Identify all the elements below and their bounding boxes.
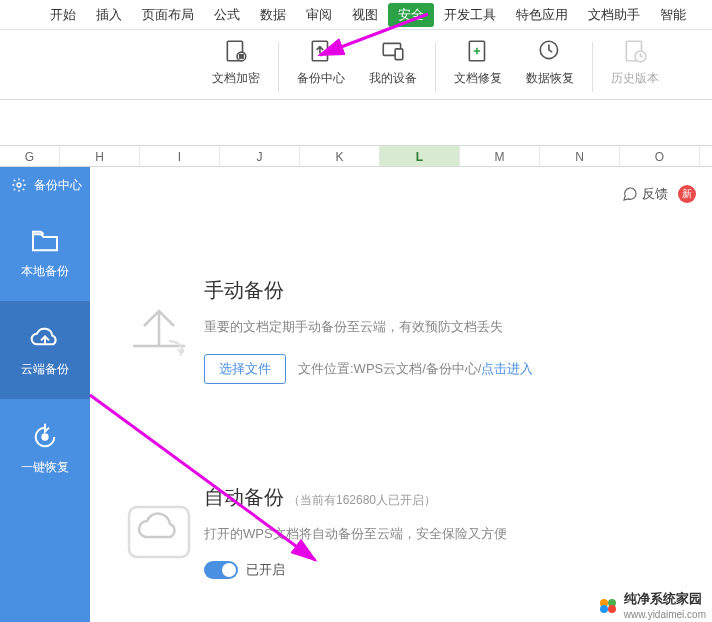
sidebar-cloud-label: 云端备份 [21,361,69,378]
col-header[interactable]: O [620,146,700,166]
content-area: 反馈 新 手动备份 重要的文档定期手动备份至云端，有效预防文档丢失 选择文件 文… [90,167,712,622]
sidebar-local-backup[interactable]: 本地备份 [0,203,90,301]
tab-security[interactable]: 安全 [388,3,434,27]
manual-upload-icon [114,277,204,384]
tool-data-recover-label: 数据恢复 [526,70,574,87]
col-header[interactable]: M [460,146,540,166]
new-badge: 新 [678,185,696,203]
restore-icon [29,421,61,453]
auto-backup-count: （当前有162680人已开启） [288,492,436,509]
manual-backup-title: 手动备份 [204,277,688,304]
watermark: 纯净系统家园 www.yidaimei.com [596,590,706,620]
col-header[interactable]: J [220,146,300,166]
svg-rect-5 [395,49,403,60]
col-header[interactable]: I [140,146,220,166]
auto-backup-toggle[interactable] [204,561,238,579]
manual-backup-section: 手动备份 重要的文档定期手动备份至云端，有效预防文档丢失 选择文件 文件位置:W… [114,277,688,384]
choose-file-button[interactable]: 选择文件 [204,354,286,384]
manual-backup-desc: 重要的文档定期手动备份至云端，有效预防文档丢失 [204,318,688,336]
auto-backup-section: 自动备份 （当前有162680人已开启） 打开的WPS文档将自动备份至云端，安全… [114,484,688,579]
tool-history-label: 历史版本 [611,70,659,87]
tab-special[interactable]: 特色应用 [506,0,578,30]
enter-link[interactable]: 点击进入 [481,360,533,378]
sidebar-local-label: 本地备份 [21,263,69,280]
tab-formula[interactable]: 公式 [204,0,250,30]
sidebar-restore-label: 一键恢复 [21,459,69,476]
tool-history[interactable]: 历史版本 [611,38,659,87]
tool-encrypt-label: 文档加密 [212,70,260,87]
cloud-upload-icon [29,323,61,355]
panel-topbar: 反馈 新 [622,185,696,203]
tool-data-recover[interactable]: 数据恢复 [526,38,574,87]
tool-doc-repair[interactable]: 文档修复 [454,38,502,87]
col-header[interactable]: K [300,146,380,166]
tool-backup-center-label: 备份中心 [297,70,345,87]
tab-view[interactable]: 视图 [342,0,388,30]
svg-point-17 [600,605,608,613]
sidebar-restore[interactable]: 一键恢复 [0,399,90,497]
sidebar-title-label: 备份中心 [34,177,82,194]
svg-point-10 [17,183,21,187]
tool-backup-center[interactable]: 备份中心 [297,38,345,87]
tool-my-device-label: 我的设备 [369,70,417,87]
auto-backup-desc: 打开的WPS文档将自动备份至云端，安全保险又方便 [204,525,688,543]
col-header-selected[interactable]: L [380,146,460,166]
col-header[interactable]: N [540,146,620,166]
ribbon-tabs: 开始 插入 页面布局 公式 数据 审阅 视图 安全 开发工具 特色应用 文档助手… [0,0,712,30]
tab-insert[interactable]: 插入 [86,0,132,30]
watermark-icon [596,593,620,617]
sidebar-cloud-backup[interactable]: 云端备份 [0,301,90,399]
recover-icon [537,38,563,64]
tab-dochelper[interactable]: 文档助手 [578,0,650,30]
svg-point-18 [608,605,616,613]
tab-review[interactable]: 审阅 [296,0,342,30]
tab-layout[interactable]: 页面布局 [132,0,204,30]
tab-devtools[interactable]: 开发工具 [434,0,506,30]
lock-doc-icon [223,38,249,64]
auto-cloud-icon [114,484,204,579]
backup-sidebar: 备份中心 本地备份 云端备份 一键恢复 [0,167,90,622]
backup-panel: 备份中心 本地备份 云端备份 一键恢复 反馈 新 [0,167,712,622]
history-icon [622,38,648,64]
device-icon [380,38,406,64]
col-header[interactable]: H [60,146,140,166]
feedback-label: 反馈 [642,185,668,203]
column-headers: G H I J K L M N O [0,145,712,167]
watermark-title: 纯净系统家园 [624,590,706,608]
tool-doc-repair-label: 文档修复 [454,70,502,87]
sidebar-title: 备份中心 [0,167,90,203]
feedback-link[interactable]: 反馈 [622,185,668,203]
tab-smart[interactable]: 智能 [650,0,696,30]
tab-start[interactable]: 开始 [40,0,86,30]
col-header[interactable]: G [0,146,60,166]
auto-backup-status: 已开启 [246,561,285,579]
tool-divider [278,42,279,92]
gear-icon [10,176,28,194]
svg-point-11 [42,434,47,439]
tool-divider [592,42,593,92]
tool-divider [435,42,436,92]
svg-rect-2 [240,55,243,58]
auto-backup-title: 自动备份 [204,484,284,511]
tab-data[interactable]: 数据 [250,0,296,30]
ribbon-tools: 文档加密 备份中心 我的设备 文档修复 数据恢复 历史版本 [0,30,712,100]
tool-my-device[interactable]: 我的设备 [369,38,417,87]
watermark-url: www.yidaimei.com [624,609,706,620]
repair-icon [465,38,491,64]
file-location-label: 文件位置:WPS云文档/备份中心/ [298,360,481,378]
tool-encrypt[interactable]: 文档加密 [212,38,260,87]
chat-icon [622,186,638,202]
backup-center-icon [308,38,334,64]
folder-icon [29,225,61,257]
